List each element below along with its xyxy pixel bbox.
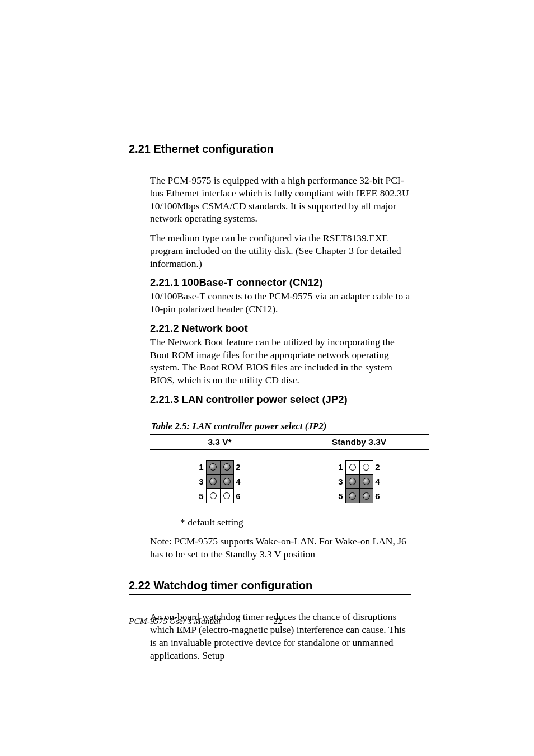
table-rule-bottom: [150, 514, 429, 514]
pin-label: 6: [373, 491, 382, 501]
paragraph: 10/100Base-T connects to the PCM-9575 vi…: [150, 290, 411, 316]
heading-rule: [129, 594, 411, 595]
paragraph: The PCM-9575 is equipped with a high per…: [150, 174, 411, 225]
pin-closed-icon: [209, 478, 217, 485]
manual-title: PCM-9575 User's Manual: [129, 616, 221, 626]
pin-label: 3: [197, 477, 206, 486]
page-footer: PCM-9575 User's Manual 22: [129, 616, 282, 626]
pin-label: 2: [234, 462, 243, 472]
pin-closed-icon: [209, 463, 217, 471]
page-number: 22: [273, 616, 282, 626]
page-content: 2.21 Ethernet configuration The PCM-9575…: [0, 0, 534, 756]
pin-label: 4: [373, 477, 382, 486]
pin-open-icon: [223, 492, 230, 499]
pin-label: 4: [234, 477, 243, 486]
heading-2-21-3: 2.21.3 LAN controller power select (JP2): [150, 393, 411, 406]
pin-closed-icon: [223, 478, 231, 485]
pin-closed-icon: [349, 478, 356, 485]
pin-label: 1: [197, 462, 206, 472]
pin-closed-icon: [349, 492, 356, 500]
pin-closed-icon: [223, 463, 231, 471]
table-body-row: 1 2 3: [150, 450, 429, 514]
paragraph: The medium type can be configured via th…: [150, 232, 411, 270]
pin-open-icon: [363, 464, 369, 471]
table-title: Table 2.5: LAN controller power select (…: [150, 417, 429, 434]
pin-closed-icon: [363, 478, 370, 485]
pin-closed-icon: [363, 492, 370, 500]
heading-2-21: 2.21 Ethernet configuration: [129, 143, 411, 156]
heading-rule: [129, 158, 411, 158]
table-header-row: 3.3 V* Standby 3.3V: [150, 435, 429, 449]
jumper-diagram-right: 1 2 3: [289, 460, 429, 504]
heading-2-21-1: 2.21.1 100Base-T connector (CN12): [150, 276, 411, 289]
pin-label: 5: [336, 491, 345, 501]
heading-2-22: 2.22 Watchdog timer configuration: [129, 579, 411, 592]
pin-open-icon: [349, 464, 356, 471]
pin-label: 1: [336, 462, 345, 472]
table-col-header-1: 3.3 V*: [150, 437, 289, 447]
table-col-header-2: Standby 3.3V: [289, 437, 429, 447]
paragraph: The Network Boot feature can be utilized…: [150, 336, 411, 387]
pin-label: 2: [373, 462, 382, 472]
pin-label: 3: [336, 477, 345, 486]
heading-2-21-2: 2.21.2 Network boot: [150, 322, 411, 335]
table-2-5: Table 2.5: LAN controller power select (…: [150, 417, 429, 514]
jumper-diagram-left: 1 2 3: [150, 460, 289, 504]
pin-label: 5: [197, 491, 206, 501]
pin-label: 6: [234, 491, 243, 501]
pin-open-icon: [210, 492, 217, 499]
wake-on-lan-note: Note: PCM-9575 supports Wake-on-LAN. For…: [150, 535, 411, 561]
default-setting-note: * default setting: [180, 516, 411, 528]
section-2-21: 2.21 Ethernet configuration The PCM-9575…: [129, 143, 411, 560]
